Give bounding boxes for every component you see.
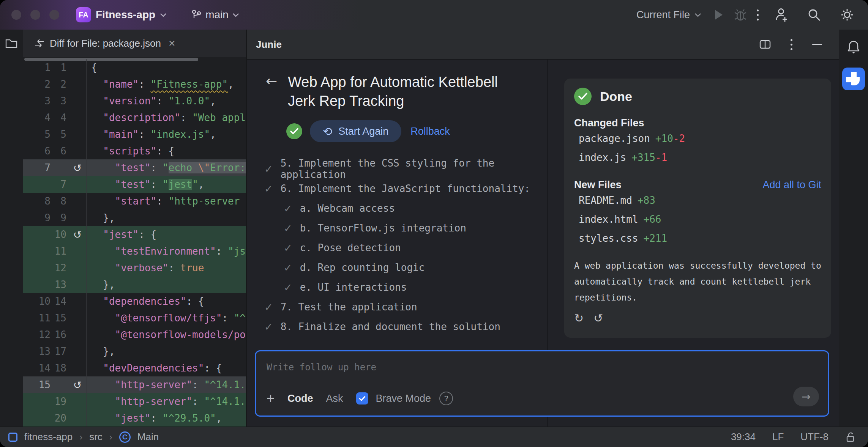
file-name[interactable]: README.md — [579, 195, 632, 206]
breadcrumb-main[interactable]: Main — [137, 431, 159, 443]
file-row[interactable]: index.html+66 — [574, 210, 821, 229]
checklist-item-label: 5. Implement the CSS styling for the app… — [281, 157, 547, 180]
line-number-old: 6 — [23, 145, 53, 157]
code-text: "test": "jest", — [86, 176, 246, 193]
follow-up-placeholder: Write follow up here — [267, 362, 376, 373]
code-line: 1115 "@tensorflow/tfjs": "^ — [23, 310, 246, 326]
run-configuration-selector[interactable]: Current File — [636, 9, 701, 21]
file-name[interactable]: styles.css — [579, 233, 638, 244]
brave-mode-checkbox[interactable] — [356, 392, 368, 405]
file-row[interactable]: styles.css+211 — [574, 229, 821, 248]
window-controls[interactable] — [11, 10, 59, 20]
junie-panel-header: Junie — [247, 30, 839, 60]
lines-added-badge: +66 — [644, 214, 661, 225]
revert-change-icon[interactable]: ↺ — [69, 379, 86, 391]
file-name[interactable]: index.js — [579, 152, 626, 163]
file-row[interactable]: index.js+315-1 — [574, 148, 821, 167]
more-actions-kebab-icon[interactable] — [757, 9, 759, 20]
project-selector[interactable]: FA Fitness-app — [76, 7, 167, 22]
breadcrumb-src[interactable]: src — [89, 431, 103, 443]
checklist-item: ✓7. Test the application — [247, 297, 547, 317]
project-folder-icon[interactable] — [5, 38, 17, 49]
minimize-window-icon[interactable] — [30, 10, 40, 20]
send-button[interactable]: → — [793, 387, 819, 406]
code-line: 15↺ "http-server": "^14.1. — [23, 376, 246, 393]
breadcrumb[interactable]: fitness-app › src › C Main — [8, 431, 159, 443]
run-button-icon[interactable] — [715, 10, 723, 20]
start-again-label: Start Again — [338, 126, 388, 137]
back-arrow-icon[interactable]: ← — [266, 72, 277, 110]
junie-logo-icon[interactable] — [842, 68, 865, 90]
lines-removed-badge: -2 — [673, 133, 685, 144]
line-number-old: 14 — [23, 362, 53, 374]
settings-gear-icon[interactable] — [839, 7, 855, 23]
junie-panel-title: Junie — [256, 39, 282, 50]
status-label: Done — [600, 89, 632, 104]
caret-position[interactable]: 39:34 — [731, 431, 756, 443]
code-line: 55 "main": "index.js", — [23, 126, 246, 143]
unlocked-padlock-icon[interactable] — [845, 431, 857, 443]
mode-ask-button[interactable]: Ask — [326, 393, 343, 405]
new-files-heading: New Files — [574, 179, 622, 191]
rollback-link[interactable]: Rollback — [410, 126, 450, 137]
hide-panel-icon[interactable] — [812, 44, 822, 45]
retry-icon[interactable]: ↻ — [574, 312, 584, 325]
check-icon: ✓ — [264, 183, 273, 195]
close-tab-icon[interactable]: × — [169, 37, 175, 50]
add-all-to-git-link[interactable]: Add all to Git — [762, 179, 821, 191]
lines-added-badge: +10 — [655, 133, 673, 144]
done-check-icon — [574, 88, 592, 105]
revert-change-icon[interactable]: ↺ — [69, 162, 86, 174]
branch-selector[interactable]: main — [191, 9, 239, 21]
close-window-icon[interactable] — [11, 10, 21, 20]
mode-code-button[interactable]: Code — [287, 393, 313, 405]
file-name[interactable]: index.html — [579, 214, 638, 225]
file-encoding[interactable]: UTF-8 — [800, 431, 829, 443]
git-branch-icon — [191, 9, 202, 20]
start-again-button[interactable]: ⟲ Start Again — [310, 120, 401, 142]
code-text: }, — [86, 343, 246, 360]
code-line: 99 }, — [23, 209, 246, 226]
line-number-old: 5 — [23, 129, 53, 140]
diff-code-area[interactable]: 11{22 "name": "Fitness-app",33 "version"… — [23, 59, 246, 427]
file-row[interactable]: package.json+10-2 — [574, 129, 821, 148]
line-ending[interactable]: LF — [772, 431, 784, 443]
diff-editor-pane[interactable]: Diff for File: package.json × 11{22 "nam… — [23, 30, 246, 427]
checklist-item: ✓b. TensorFlow.js integration — [247, 218, 547, 238]
code-text: "verbose": true — [86, 260, 246, 276]
check-icon: ✓ — [284, 282, 292, 293]
search-icon[interactable] — [806, 7, 822, 22]
line-number-new: 8 — [53, 195, 69, 207]
file-name[interactable]: package.json — [579, 133, 650, 144]
chevron-down-icon — [232, 13, 239, 17]
help-question-icon[interactable]: ? — [439, 392, 453, 405]
task-title: Web App for Automatic Kettlebell Jerk Re… — [288, 72, 527, 110]
notifications-bell-icon[interactable] — [846, 39, 861, 56]
follow-up-input[interactable]: Write follow up here + Code Ask Brave Mo… — [255, 350, 829, 417]
code-line: 13 }, — [23, 276, 246, 293]
line-number-new: 14 — [53, 296, 69, 307]
attach-plus-icon[interactable]: + — [267, 390, 275, 406]
undo-icon[interactable]: ↺ — [593, 312, 603, 325]
tab-diff-package-json[interactable]: Diff for File: package.json × — [23, 30, 183, 57]
code-line: 19 "http-server": "^14.1. — [23, 393, 246, 410]
line-number-new: 13 — [53, 279, 69, 290]
panel-options-kebab-icon[interactable] — [791, 39, 792, 50]
file-row[interactable]: README.md+83 — [574, 191, 821, 210]
code-line: 1014 "dependencies": { — [23, 293, 246, 310]
maximize-window-icon[interactable] — [49, 10, 59, 20]
add-user-icon[interactable] — [774, 7, 789, 22]
junie-body: ← Web App for Automatic Kettlebell Jerk … — [247, 60, 839, 427]
code-line: 1216 "@tensorflow-models/po — [23, 326, 246, 343]
breadcrumb-project[interactable]: fitness-app — [24, 431, 73, 443]
revert-change-icon[interactable]: ↺ — [69, 229, 86, 241]
code-line: 44 "description": "Web appl — [23, 109, 246, 126]
check-icon: ✓ — [284, 222, 292, 234]
line-number-old: 10 — [23, 296, 53, 307]
debug-bug-icon[interactable] — [734, 8, 747, 22]
checklist-item-label: b. TensorFlow.js integration — [300, 222, 466, 234]
code-text: "@tensorflow/tfjs": "^ — [86, 310, 246, 326]
split-view-icon[interactable] — [759, 40, 771, 49]
check-icon: ✓ — [284, 203, 292, 214]
line-number-new: 20 — [53, 412, 69, 424]
